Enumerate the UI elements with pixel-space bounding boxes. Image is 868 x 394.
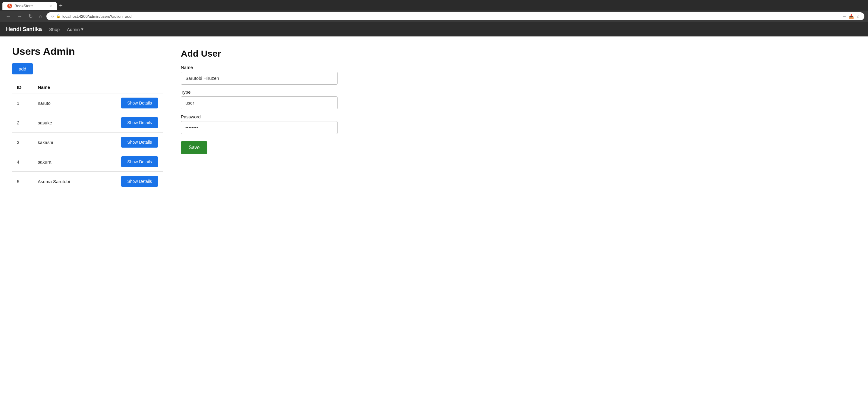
- show-details-button[interactable]: Show Details: [121, 117, 158, 128]
- cell-id: 4: [12, 152, 33, 172]
- type-field-group: Type: [181, 90, 856, 109]
- name-input[interactable]: [181, 72, 338, 85]
- nav-shop[interactable]: Shop: [49, 27, 60, 32]
- chevron-down-icon: ▾: [81, 27, 84, 32]
- tab-title: BookStore: [14, 4, 33, 8]
- table-header-row: ID Name: [12, 81, 163, 93]
- show-details-button[interactable]: Show Details: [121, 137, 158, 147]
- cell-name: Asuma Sarutobi: [33, 172, 94, 191]
- url-text: localhost:4200/admin/users?action=add: [62, 14, 841, 19]
- col-name: Name: [33, 81, 94, 93]
- app-brand: Hendi Santika: [6, 26, 42, 33]
- show-details-button[interactable]: Show Details: [121, 156, 158, 167]
- table-row: 2 sasuke Show Details: [12, 113, 163, 133]
- table-row: 5 Asuma Sarutobi Show Details: [12, 172, 163, 191]
- cell-id: 2: [12, 113, 33, 133]
- app-navbar: Hendi Santika Shop Admin ▾: [0, 22, 868, 36]
- name-label: Name: [181, 65, 856, 70]
- more-button[interactable]: ···: [843, 14, 846, 19]
- users-table: ID Name 1 naruto Show Details 2 sasuke S…: [12, 81, 163, 191]
- table-row: 1 naruto Show Details: [12, 93, 163, 113]
- cell-action: Show Details: [95, 93, 163, 113]
- lock-icon: 🔒: [56, 14, 61, 19]
- add-user-form-panel: Add User Name Type Password Save: [181, 45, 856, 154]
- cell-id: 3: [12, 133, 33, 152]
- show-details-button[interactable]: Show Details: [121, 176, 158, 187]
- shield-icon: 🛡: [51, 14, 54, 19]
- cell-action: Show Details: [95, 152, 163, 172]
- star-icon[interactable]: ☆: [856, 14, 860, 19]
- new-tab-button[interactable]: +: [57, 1, 65, 10]
- name-field-group: Name: [181, 65, 856, 85]
- type-label: Type: [181, 90, 856, 95]
- cell-id: 1: [12, 93, 33, 113]
- cell-name: sasuke: [33, 113, 94, 133]
- password-label: Password: [181, 114, 856, 119]
- form-title: Add User: [181, 48, 856, 59]
- password-input[interactable]: [181, 121, 338, 134]
- page-title: Users Admin: [12, 45, 163, 57]
- type-input[interactable]: [181, 96, 338, 109]
- cell-action: Show Details: [95, 172, 163, 191]
- col-id: ID: [12, 81, 33, 93]
- tab-favicon: A: [7, 4, 12, 8]
- back-button[interactable]: ←: [4, 13, 13, 20]
- cell-action: Show Details: [95, 113, 163, 133]
- browser-tab[interactable]: A BookStore ×: [2, 2, 57, 10]
- reload-button[interactable]: ↻: [27, 12, 35, 20]
- cell-name: naruto: [33, 93, 94, 113]
- nav-admin[interactable]: Admin ▾: [67, 27, 84, 32]
- users-panel: Users Admin add ID Name 1 naruto Show De…: [12, 45, 163, 191]
- table-row: 4 sakura Show Details: [12, 152, 163, 172]
- col-actions: [95, 81, 163, 93]
- forward-button[interactable]: →: [15, 13, 24, 20]
- table-row: 3 kakashi Show Details: [12, 133, 163, 152]
- cell-name: kakashi: [33, 133, 94, 152]
- home-button[interactable]: ⌂: [37, 13, 44, 20]
- save-button[interactable]: Save: [181, 141, 207, 154]
- pocket-icon[interactable]: 📥: [849, 14, 854, 19]
- cell-id: 5: [12, 172, 33, 191]
- add-user-button[interactable]: add: [12, 63, 33, 74]
- cell-name: sakura: [33, 152, 94, 172]
- main-content: Users Admin add ID Name 1 naruto Show De…: [0, 36, 868, 200]
- tab-close-button[interactable]: ×: [50, 4, 52, 8]
- address-bar[interactable]: 🛡 🔒 localhost:4200/admin/users?action=ad…: [46, 12, 864, 20]
- cell-action: Show Details: [95, 133, 163, 152]
- password-field-group: Password: [181, 114, 856, 134]
- show-details-button[interactable]: Show Details: [121, 98, 158, 108]
